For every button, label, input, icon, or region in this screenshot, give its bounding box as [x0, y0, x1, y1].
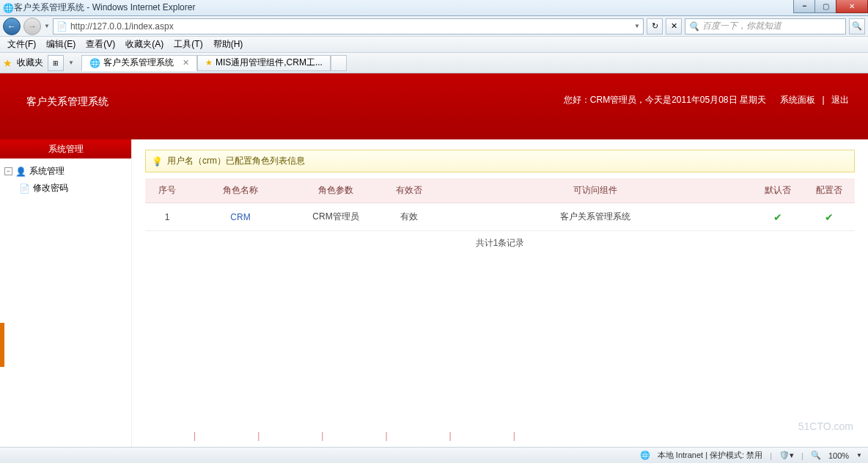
url-text: http://127.0.0.1/index.aspx [70, 21, 174, 32]
cell-param: CRM管理员 [292, 203, 380, 231]
tree-root[interactable]: − 👤 系统管理 [0, 163, 131, 180]
menu-view[interactable]: 查看(V) [81, 37, 119, 52]
th-param: 角色参数 [292, 178, 380, 203]
quick-tabs-button[interactable]: ⊞ [48, 55, 64, 71]
cell-valid: 有效 [380, 203, 438, 231]
menu-help[interactable]: 帮助(H) [209, 37, 248, 52]
browser-nav-row: ← → ▼ 📄 http://127.0.0.1/index.aspx ▼ ↻ … [0, 16, 868, 37]
sidebar-tree: − 👤 系统管理 📄 修改密码 [0, 158, 131, 201]
browser-tab-active[interactable]: 🌐 客户关系管理系统 ✕ [81, 55, 197, 71]
cell-config: ✔ [803, 203, 855, 231]
favorites-row: ★ 收藏夹 ⊞ ▼ 🌐 客户关系管理系统 ✕ ★ MIS通用管理组件,CRM工.… [0, 53, 868, 73]
table-row[interactable]: 1 CRM CRM管理员 有效 客户关系管理系统 ✔ ✔ [145, 203, 855, 231]
menu-file[interactable]: 文件(F) [3, 37, 40, 52]
th-comp: 可访问组件 [438, 178, 752, 203]
sidebar-accent [0, 323, 4, 367]
forward-button[interactable]: → [23, 18, 41, 35]
tab-close-icon[interactable]: ✕ [183, 58, 189, 68]
window-title: 客户关系管理系统 - Windows Internet Explorer [14, 1, 195, 14]
refresh-button[interactable]: ↻ [647, 18, 663, 34]
tab-strip: 🌐 客户关系管理系统 ✕ ★ MIS通用管理组件,CRM工... [81, 55, 347, 71]
browser-menu-bar: 文件(F) 编辑(E) 查看(V) 收藏夹(A) 工具(T) 帮助(H) [0, 37, 868, 53]
cell-default: ✔ [752, 203, 803, 231]
content-area: 💡 用户名（crm）已配置角色列表信息 序号 角色名称 角色参数 有效否 可访问… [132, 139, 868, 447]
app-title: 客户关系管理系统 [26, 95, 108, 109]
tab-favicon-star-icon: ★ [205, 58, 213, 68]
link-logout[interactable]: 退出 [831, 95, 849, 105]
address-dropdown-icon[interactable]: ▼ [634, 23, 640, 29]
sidebar-header: 系统管理 [0, 139, 131, 158]
menu-tools[interactable]: 工具(T) [169, 37, 207, 52]
check-icon: ✔ [825, 211, 834, 223]
role-table: 序号 角色名称 角色参数 有效否 可访问组件 默认否 配置否 1 CRM CRM… [145, 178, 855, 231]
notice-banner: 💡 用户名（crm）已配置角色列表信息 [145, 150, 855, 172]
tree-item-label: 修改密码 [33, 182, 68, 194]
document-icon: 📄 [19, 183, 30, 194]
folder-icon: 👤 [15, 167, 26, 177]
cell-role: CRM [189, 203, 292, 231]
search-placeholder: 百度一下，你就知道 [702, 20, 781, 32]
cell-comp: 客户关系管理系统 [438, 203, 752, 231]
sidebar: 系统管理 − 👤 系统管理 📄 修改密码 [0, 139, 132, 447]
th-valid: 有效否 [380, 178, 438, 203]
menu-edit[interactable]: 编辑(E) [42, 37, 80, 52]
search-box[interactable]: 🔍 百度一下，你就知道 [685, 18, 846, 34]
notice-text: 用户名（crm）已配置角色列表信息 [167, 155, 305, 167]
favorites-star-icon[interactable]: ★ [3, 57, 12, 69]
tree-item-changepwd[interactable]: 📄 修改密码 [0, 180, 131, 197]
new-tab-button[interactable] [331, 55, 347, 71]
stop-button[interactable]: ✕ [666, 18, 682, 34]
role-link[interactable]: CRM [230, 212, 250, 222]
app-header: 客户关系管理系统 您好：CRM管理员，今天是2011年05月08日 星期天 系统… [0, 73, 868, 139]
th-role: 角色名称 [189, 178, 292, 203]
greeting-user: CRM管理员 [590, 95, 636, 105]
greeting-bar: 您好：CRM管理员，今天是2011年05月08日 星期天 系统面板 | 退出 [564, 94, 853, 106]
search-button[interactable]: 🔍 [849, 18, 865, 34]
lightbulb-icon: 💡 [152, 156, 163, 167]
th-default: 默认否 [752, 178, 803, 203]
th-no: 序号 [145, 178, 189, 203]
th-config: 配置否 [803, 178, 855, 203]
quick-tabs-dropdown-icon[interactable]: ▼ [68, 59, 74, 66]
page-icon: 📄 [56, 21, 67, 32]
address-bar[interactable]: 📄 http://127.0.0.1/index.aspx ▼ [53, 18, 644, 34]
app-viewport: 客户关系管理系统 您好：CRM管理员，今天是2011年05月08日 星期天 系统… [0, 73, 868, 447]
table-pager: 共计1条记录 [145, 231, 855, 255]
favorites-label[interactable]: 收藏夹 [17, 56, 43, 69]
window-titlebar: 🌐 客户关系管理系统 - Windows Internet Explorer [0, 0, 868, 16]
greeting-date: ，今天是2011年05月08日 星期天 [636, 95, 766, 105]
tab-favicon-icon: 🌐 [89, 58, 100, 68]
greeting-prefix: 您好： [564, 95, 590, 105]
nav-dropdown-icon[interactable]: ▼ [44, 23, 50, 29]
search-provider-icon: 🔍 [688, 21, 699, 32]
ie-icon: 🌐 [3, 3, 14, 13]
check-icon: ✔ [773, 211, 782, 223]
app-body: 系统管理 − 👤 系统管理 📄 修改密码 💡 用户名（crm）已配置角色列表信息 [0, 139, 868, 447]
tree-collapse-icon[interactable]: − [4, 167, 12, 175]
window-close-button[interactable] [836, 0, 868, 13]
window-minimize-button[interactable] [793, 0, 815, 13]
cell-no: 1 [145, 203, 189, 231]
window-maximize-button[interactable] [814, 0, 836, 13]
browser-tab[interactable]: ★ MIS通用管理组件,CRM工... [197, 55, 331, 71]
table-header-row: 序号 角色名称 角色参数 有效否 可访问组件 默认否 配置否 [145, 178, 855, 203]
tab-label: 客户关系管理系统 [103, 56, 174, 69]
menu-favorites[interactable]: 收藏夹(A) [121, 37, 168, 52]
link-system-panel[interactable]: 系统面板 [780, 95, 815, 105]
tab-label: MIS通用管理组件,CRM工... [216, 56, 323, 69]
tree-root-label: 系统管理 [29, 165, 65, 178]
back-button[interactable]: ← [3, 18, 21, 35]
